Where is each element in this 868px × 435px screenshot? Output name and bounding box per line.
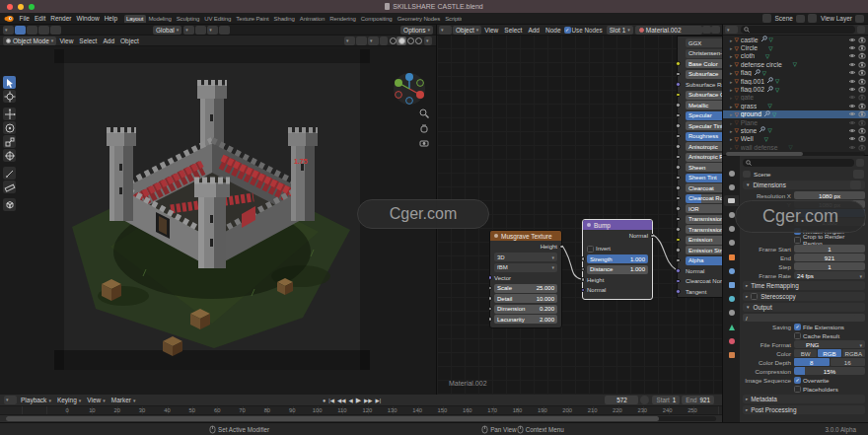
outliner-row[interactable]: ▽ defense circle ▽ [723, 60, 868, 68]
principled-socket-row[interactable]: Clearcoat Normal [686, 277, 722, 286]
file-extensions-checkbox[interactable] [794, 324, 801, 330]
hide-eye-icon[interactable] [848, 78, 856, 85]
principled-socket-row[interactable]: Sheen [686, 163, 722, 172]
properties-tab[interactable] [724, 349, 739, 360]
disclosure-icon[interactable] [730, 86, 733, 93]
frame-rate-dropdown[interactable]: 24 fps [794, 271, 865, 279]
musgrave-param-field[interactable]: Scale25.000 [494, 284, 557, 293]
tool-option-icon[interactable] [38, 26, 49, 35]
musgrave-param-field[interactable]: Detail10.000 [494, 294, 557, 303]
tool-option2-icon[interactable] [50, 26, 61, 35]
tool-fallback-button[interactable] [15, 26, 26, 35]
disclosure-icon[interactable] [730, 44, 733, 51]
color-depth-option[interactable]: 16 [831, 358, 866, 366]
properties-tab[interactable] [724, 265, 739, 276]
pin-icon[interactable] [853, 170, 864, 179]
timeline-menu-item[interactable]: View [84, 397, 108, 403]
timeline-menu-item[interactable]: Keying [54, 397, 84, 403]
disclosure-icon[interactable] [730, 69, 733, 76]
principled-input-socket[interactable] [676, 144, 681, 149]
rotate-tool[interactable] [3, 121, 16, 134]
axis-x-negative[interactable] [396, 92, 402, 99]
menubar-item[interactable]: Window [74, 15, 102, 22]
object-name[interactable]: flag [741, 69, 752, 76]
properties-tab[interactable] [724, 181, 739, 192]
outliner-row[interactable]: ▽ grass ▽ [723, 102, 868, 109]
dimensions-dropdown[interactable]: 3D [494, 253, 557, 261]
prev-keyframe-button[interactable]: ◀◀ [337, 398, 345, 403]
file-format-dropdown[interactable]: PNG [794, 340, 865, 348]
disable-render-camera-icon[interactable] [858, 44, 866, 51]
disclosure-icon[interactable] [730, 127, 733, 134]
scene-selector[interactable]: Scene [775, 15, 793, 22]
cache-result-checkbox[interactable] [794, 332, 801, 339]
auto-key-record-button[interactable]: ● [323, 398, 326, 403]
disable-render-camera-icon[interactable] [858, 119, 866, 126]
principled-socket-row[interactable]: Transmission [686, 215, 722, 224]
object-name[interactable]: stone [741, 127, 758, 134]
time-remapping-panel-header[interactable]: ▸Time Remapping [743, 281, 865, 290]
next-keyframe-button[interactable]: ▶▶ [364, 398, 372, 403]
presets-icon[interactable] [850, 181, 861, 189]
principled-input-socket[interactable] [676, 268, 681, 273]
post-processing-panel-header[interactable]: ▸Post Processing [743, 405, 865, 414]
hide-eye-icon[interactable] [848, 61, 856, 68]
folder-icon[interactable] [854, 315, 862, 321]
musgrave-texture-node[interactable]: Musgrave Texture Height 3D fBM Vector Sc… [489, 230, 562, 328]
disable-render-camera-icon[interactable] [858, 36, 866, 43]
principled-input-socket[interactable] [676, 93, 681, 98]
use-nodes-checkbox[interactable] [564, 27, 571, 34]
principled-socket-row[interactable]: Anisotropic [686, 142, 722, 151]
principled-input-socket[interactable] [676, 61, 681, 66]
value-field[interactable]: 1 [794, 262, 865, 270]
disclosure-icon[interactable] [730, 52, 733, 59]
principled-socket-row[interactable]: Subsurface Radius [686, 80, 722, 89]
outliner-row[interactable]: ▽ flag.001 ▽ [723, 77, 868, 85]
timeline-scrollbar[interactable] [6, 416, 716, 421]
properties-tab[interactable] [724, 322, 739, 332]
principled-socket-row[interactable]: Roughness [686, 132, 722, 141]
principled-socket-row[interactable]: Clearcoat [686, 183, 722, 192]
axis-x-positive[interactable] [416, 91, 424, 99]
value-field[interactable]: 921 [794, 254, 865, 261]
disable-render-camera-icon[interactable] [858, 127, 866, 134]
value-field[interactable]: 1080 px [794, 191, 865, 199]
value-input-socket[interactable] [581, 256, 586, 261]
principled-socket-row[interactable]: Subsurface Color [686, 91, 722, 100]
value-field[interactable]: 1 [794, 245, 865, 253]
blender-logo-icon[interactable] [4, 15, 14, 23]
output-path-field[interactable]: / [743, 314, 865, 322]
disclosure-icon[interactable] [730, 110, 733, 117]
disable-render-camera-icon[interactable] [858, 135, 866, 142]
properties-tab[interactable] [724, 252, 739, 262]
timeline-ruler[interactable]: 0102030405060708090100110120130140150160… [0, 406, 722, 415]
node-editor-menu-item[interactable]: Select [501, 27, 525, 34]
dimensions-panel-header[interactable]: ▼Dimensions [743, 181, 865, 189]
workspace-tab[interactable]: Shading [271, 15, 297, 23]
hide-eye-icon[interactable] [848, 127, 856, 134]
properties-tab[interactable] [724, 335, 739, 346]
principled-input-socket[interactable] [676, 72, 681, 77]
normal-output-socket[interactable] [650, 234, 655, 239]
outliner-row[interactable]: ▽ ground ▽ [723, 110, 868, 118]
principled-input-socket[interactable] [676, 185, 681, 190]
principled-socket-row[interactable]: Specular Tint [686, 121, 722, 130]
menubar-item[interactable]: File [17, 15, 32, 22]
checkbox[interactable] [794, 237, 801, 244]
unlink-material-button[interactable] [711, 26, 720, 34]
principled-bsdf-node[interactable]: GGX Christensen-Burley Base Color [677, 36, 722, 298]
disable-render-camera-icon[interactable] [858, 69, 866, 76]
workspace-tab[interactable]: Layout [124, 15, 146, 23]
principled-input-socket[interactable] [676, 279, 681, 284]
menubar-item[interactable]: Edit [32, 15, 47, 22]
principled-socket-row[interactable]: Alpha [686, 256, 722, 265]
workspace-tab[interactable]: Rendering [327, 15, 359, 23]
outliner-row[interactable]: ▽ gate ▽ [723, 94, 868, 102]
overwrite-checkbox[interactable] [794, 377, 801, 384]
hide-eye-icon[interactable] [848, 52, 856, 59]
axis-z-negative[interactable] [406, 98, 413, 105]
rendered-shading-icon[interactable] [415, 37, 422, 44]
menubar-item[interactable]: Render [48, 15, 74, 22]
principled-input-socket[interactable] [676, 217, 681, 222]
node-editor-menu-item[interactable]: Node [542, 27, 564, 34]
